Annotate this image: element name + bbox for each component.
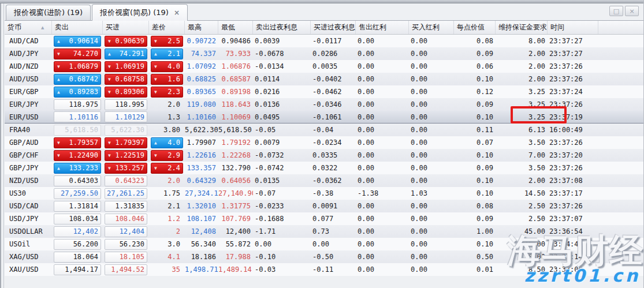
spread-price-cell[interactable]: ▲4.0 xyxy=(151,137,183,148)
buy-price-cell[interactable]: 18.105 xyxy=(105,252,147,263)
table-row-FRA40[interactable]: FRA405,618.505,622.303.805,622.305,618.5… xyxy=(5,124,644,136)
buy-price-cell[interactable]: ▼1.79397 xyxy=(105,137,147,148)
sell-price-cell[interactable]: ▼74.270 xyxy=(54,48,101,59)
column-header-sell_swap[interactable]: 卖出过夜利息 xyxy=(253,21,311,34)
column-header-point_value[interactable]: 每点价值 xyxy=(454,21,496,34)
buy-price-cell[interactable]: 108.046 xyxy=(105,214,147,225)
sell-price-cell[interactable]: 1.10116 xyxy=(54,111,101,122)
column-header-buy[interactable]: 买进 xyxy=(103,21,149,34)
table-row-AUD/CAD[interactable]: AUD/CAD▲0.90614▼0.90639▼2.50.907220.9048… xyxy=(5,35,644,47)
table-row-GBP/CHF[interactable]: GBP/CHF▼1.22490▼1.22519▼2.91.226161.2226… xyxy=(5,149,644,162)
buy-price-cell[interactable]: 0.64323 xyxy=(105,175,147,186)
point-value: 0.10 xyxy=(454,75,496,83)
column-header-spread[interactable]: 差价 xyxy=(149,21,185,34)
sell-price-cell[interactable]: 27,259.50 xyxy=(54,188,101,199)
table-row-US30[interactable]: US3027,259.5027,261.251.7527,324.1027,14… xyxy=(5,187,644,200)
tab-quote-advanced[interactable]: 报价视窗(进阶) (19) xyxy=(6,5,91,20)
buy-price-cell[interactable]: ▼133.257 xyxy=(105,163,147,174)
buy-price-cell[interactable]: ▼0.90639 xyxy=(105,36,147,47)
column-header-sell[interactable]: 卖出 xyxy=(52,21,103,34)
spread-price-cell[interactable]: ▼2.5 xyxy=(151,36,183,47)
buy-price-cell[interactable]: 1.31835 xyxy=(105,201,147,212)
sell-price-cell[interactable]: ▼1.79357 xyxy=(54,137,101,148)
spread-price-cell[interactable]: ▼2.4 xyxy=(151,163,183,174)
sell-price-cell[interactable]: ▲133.233 xyxy=(54,163,101,174)
quote-time: 23:37:26 xyxy=(548,75,598,83)
buy-dividend: 0.00 xyxy=(409,164,454,172)
arrow-down-icon: ▼ xyxy=(154,166,157,171)
sell-price-cell[interactable]: 18.064 xyxy=(54,252,101,263)
column-header-low[interactable]: 最低 xyxy=(218,21,253,34)
table-row-GBP/JPY[interactable]: GBP/JPY▲133.233▼133.257▼2.4133.357132.79… xyxy=(5,162,644,174)
column-header-time[interactable]: 时间 xyxy=(548,21,598,34)
restore-window-button[interactable]: □ xyxy=(609,6,623,16)
buy-dividend: 0.00 xyxy=(409,202,454,210)
table-row-USD/CAD[interactable]: USD/CAD1.318141.318352.11.320101.31775-0… xyxy=(5,200,644,212)
table-row-EUR/GBP[interactable]: EUR/GBP▲0.89283▼0.89306▼2.30.893650.8919… xyxy=(5,85,644,98)
column-header-buy_div[interactable]: 买入红利 xyxy=(409,21,454,34)
low-value: 12,400 xyxy=(218,227,253,235)
sell-dividend: -1.38 xyxy=(356,189,409,197)
buy-price-cell[interactable]: 56.230 xyxy=(105,239,147,250)
spread-price-cell[interactable]: ▼4.0 xyxy=(151,61,183,72)
maintenance-margin: 2.00 xyxy=(496,62,548,70)
table-row-AUD/NZD[interactable]: AUD/NZD▼1.06879▼1.06919▼4.01.070921.0687… xyxy=(5,60,644,73)
sell-price-cell[interactable]: 1,494.17 xyxy=(54,264,101,275)
buy-price-cell[interactable]: ▲74.291 xyxy=(105,48,147,59)
buy-price-cell[interactable]: ▼1.06919 xyxy=(105,61,147,72)
buy-price-cell[interactable]: 5,622.30 xyxy=(105,125,147,136)
sell-price-cell[interactable]: 1.31814 xyxy=(54,201,101,212)
column-header-margin[interactable]: 维持保证金要求 xyxy=(496,21,548,34)
spread-price-cell[interactable]: ▼2.9 xyxy=(151,150,183,161)
spread-price-cell[interactable]: ▼1.6 xyxy=(151,74,183,85)
tab-quote-simple[interactable]: 报价视窗(简易) (19) × xyxy=(92,4,188,21)
column-header-high[interactable]: 最高 xyxy=(185,21,218,34)
sell-price-cell[interactable]: ▲0.68742 xyxy=(54,74,101,85)
sell-price-cell[interactable]: ▼1.22490 xyxy=(54,150,101,161)
quote-time: 23:37:20 xyxy=(548,151,598,159)
table-row-AUD/JPY[interactable]: AUD/JPY▼74.270▲74.291▲2.174.33773.933-0.… xyxy=(5,47,644,60)
spread-price-value: 2.5 xyxy=(167,37,180,45)
buy-dividend: 0.00 xyxy=(409,75,454,83)
point-value: 0.09 xyxy=(454,100,496,109)
sell-price-value: 56.200 xyxy=(73,240,98,248)
buy-price-value: 1,494.52 xyxy=(111,265,144,274)
buy-price-cell[interactable]: 27,261.25 xyxy=(105,188,147,199)
high-value: 0.90722 xyxy=(185,37,218,45)
buy-price-cell[interactable]: 118.995 xyxy=(105,99,147,110)
sell-price-cell[interactable]: 56.200 xyxy=(54,239,101,250)
table-row-XAU/USD[interactable]: XAU/USD1,494.171,494.52351,498.711,489.1… xyxy=(5,263,644,276)
column-header-currency[interactable]: 货币▲ xyxy=(5,21,52,34)
buy-dividend: 0.00 xyxy=(409,215,454,223)
sell-overnight-interest: -1.71 xyxy=(253,227,311,235)
table-row-NZD/USD[interactable]: NZD/USD0.643030.643232.00.643290.640560.… xyxy=(5,174,644,187)
sell-price-cell[interactable]: ▼1.06879 xyxy=(54,61,101,72)
table-row-USOil[interactable]: USOil56.20056.2303.056.34055.8720.000.00… xyxy=(5,238,644,250)
maintenance-margin: 8.50 xyxy=(496,265,548,274)
buy-price-cell[interactable]: 1,494.52 xyxy=(105,264,147,275)
buy-price-cell[interactable]: ▼0.89306 xyxy=(105,87,147,98)
buy-dividend: 0.00 xyxy=(409,62,454,70)
table-row-USDOLLAR[interactable]: USDOLLAR12,40212,404212,40812,400-1.710.… xyxy=(5,225,644,238)
sell-price-cell[interactable]: ▲0.90614 xyxy=(54,36,101,47)
table-row-XAG/USD[interactable]: XAG/USD18.06418.1054.118.18617.988-0.10-… xyxy=(5,250,644,263)
column-header-sell_div[interactable]: 售出红利 xyxy=(356,21,409,34)
table-row-AUD/USD[interactable]: AUD/USD▲0.68742▼0.68758▼1.60.688250.6858… xyxy=(5,73,644,85)
buy-price-cell[interactable]: ▼0.68758 xyxy=(105,74,147,85)
buy-price-cell[interactable]: 12,404 xyxy=(105,226,147,237)
sell-price-cell[interactable]: 12,402 xyxy=(54,226,101,237)
buy-price-cell[interactable]: ▼1.22519 xyxy=(105,150,147,161)
column-header-buy_swap[interactable]: 买进过夜利息 xyxy=(311,21,356,34)
sell-price-cell[interactable]: 5,618.50 xyxy=(54,125,101,136)
close-window-button[interactable]: × xyxy=(625,6,639,16)
tab-close-icon[interactable]: × xyxy=(174,9,180,17)
sell-price-cell[interactable]: ▲0.89283 xyxy=(54,87,101,98)
spread-price-cell[interactable]: ▼2.3 xyxy=(151,87,183,98)
sell-price-cell[interactable]: 0.64303 xyxy=(54,175,101,186)
spread-price-cell[interactable]: ▲2.1 xyxy=(151,48,183,59)
sell-price-cell[interactable]: 108.034 xyxy=(54,214,101,225)
buy-price-cell[interactable]: 1.10129 xyxy=(105,111,147,122)
table-row-USD/JPY[interactable]: USD/JPY108.034108.0461.2108.107107.769-0… xyxy=(5,212,644,225)
table-row-GBP/AUD[interactable]: GBP/AUD▼1.79357▼1.79397▲4.01.799071.7919… xyxy=(5,136,644,149)
sell-price-cell[interactable]: 118.975 xyxy=(54,99,101,110)
